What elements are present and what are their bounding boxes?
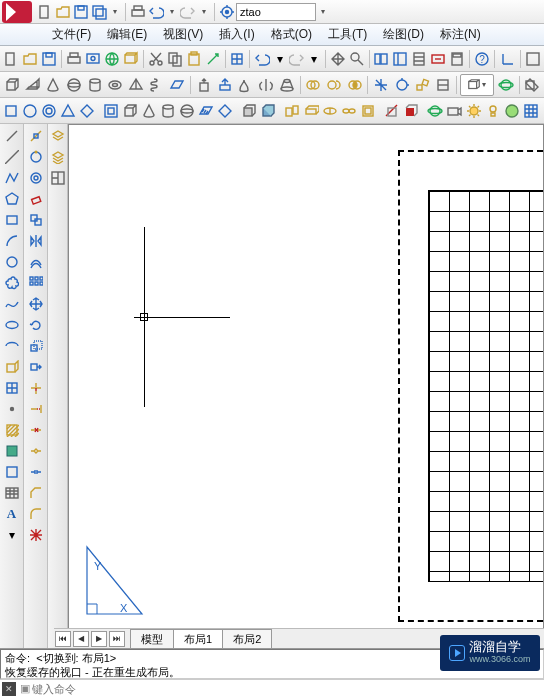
sectionplane-icon[interactable] <box>522 74 542 96</box>
tb-undo-drop[interactable]: ▾ <box>272 48 287 70</box>
join-icon[interactable] <box>26 462 46 482</box>
tb-pan-icon[interactable] <box>329 48 347 70</box>
trim-icon[interactable] <box>26 378 46 398</box>
tab-nav-prev[interactable]: ◀ <box>73 631 89 647</box>
tb-vports-icon[interactable] <box>524 48 542 70</box>
app-logo-icon[interactable] <box>2 1 32 23</box>
loft-icon[interactable] <box>277 74 297 96</box>
3dmove-icon[interactable] <box>371 74 391 96</box>
hatch-icon[interactable] <box>2 420 22 440</box>
menu-draw[interactable]: 绘图(D) <box>375 24 432 45</box>
edge-icon[interactable] <box>383 100 401 122</box>
tb-redo-drop[interactable]: ▾ <box>307 48 322 70</box>
break2-icon[interactable] <box>26 441 46 461</box>
workspace-input[interactable] <box>236 3 316 21</box>
rotate-icon[interactable] <box>26 315 46 335</box>
save-icon[interactable] <box>72 3 90 21</box>
tb-cut-icon[interactable] <box>147 48 165 70</box>
table-icon[interactable] <box>2 483 22 503</box>
copy-icon[interactable] <box>26 210 46 230</box>
viewport-icon[interactable] <box>48 168 68 188</box>
light-icon[interactable] <box>484 100 502 122</box>
realistic-icon[interactable] <box>259 100 277 122</box>
cmd-close-icon[interactable]: ✕ <box>2 682 16 696</box>
tab-nav-last[interactable]: ⏭ <box>109 631 125 647</box>
union-icon[interactable] <box>303 74 323 96</box>
menu-insert[interactable]: 插入(I) <box>211 24 262 45</box>
offset-icon[interactable] <box>26 252 46 272</box>
menu-view[interactable]: 视图(V) <box>155 24 211 45</box>
cylinder-icon[interactable] <box>85 74 105 96</box>
sphere-icon[interactable] <box>64 74 84 96</box>
intersect-icon[interactable] <box>345 74 365 96</box>
explode-icon[interactable] <box>26 525 46 545</box>
tab-nav-first[interactable]: ⏮ <box>55 631 71 647</box>
imprint-icon[interactable] <box>321 100 339 122</box>
stretch-icon[interactable] <box>26 357 46 377</box>
open-icon[interactable] <box>54 3 72 21</box>
menu-format[interactable]: 格式(O) <box>263 24 320 45</box>
tab-layout1[interactable]: 布局1 <box>173 629 223 649</box>
orbit-icon[interactable] <box>496 74 516 96</box>
pline-icon[interactable] <box>2 168 22 188</box>
box-icon[interactable] <box>2 74 22 96</box>
circle-icon[interactable] <box>2 252 22 272</box>
subtract-icon[interactable] <box>324 74 344 96</box>
scale-icon[interactable] <box>26 336 46 356</box>
boundary-icon[interactable] <box>102 100 120 122</box>
region2-icon[interactable] <box>2 462 22 482</box>
revcloud-icon[interactable] <box>2 273 22 293</box>
ellipse-arc-icon[interactable] <box>2 336 22 356</box>
mirror-icon[interactable] <box>26 231 46 251</box>
hatch-plane-icon[interactable] <box>197 100 215 122</box>
wedge-icon[interactable] <box>23 74 43 96</box>
tb-calc-icon[interactable] <box>448 48 466 70</box>
osnap-ring-icon[interactable] <box>26 168 46 188</box>
undo-drop[interactable]: ▾ <box>165 3 179 21</box>
tb-publish-icon[interactable] <box>103 48 121 70</box>
mtext-icon[interactable]: A <box>2 504 22 524</box>
tb-preview-icon[interactable] <box>84 48 102 70</box>
tb-tool-palettes-icon[interactable] <box>391 48 409 70</box>
tb-ucs-icon[interactable] <box>499 48 517 70</box>
block-icon[interactable] <box>2 378 22 398</box>
tb-save-icon[interactable] <box>40 48 58 70</box>
move-icon[interactable] <box>26 294 46 314</box>
osnap-linear-icon[interactable] <box>26 126 46 146</box>
tb-help-icon[interactable]: ? <box>473 48 491 70</box>
qat-drop-1[interactable]: ▾ <box>108 3 122 21</box>
tb-redo2-icon[interactable] <box>288 48 306 70</box>
array-icon[interactable] <box>26 273 46 293</box>
hide-icon[interactable] <box>240 100 258 122</box>
helix-icon[interactable] <box>147 74 167 96</box>
insert-icon[interactable] <box>2 357 22 377</box>
extrude-icon[interactable] <box>194 74 214 96</box>
visual-style-select[interactable]: ▾ <box>460 74 494 96</box>
gradient-icon[interactable] <box>2 441 22 461</box>
menu-tools[interactable]: 工具(T) <box>320 24 375 45</box>
new-icon[interactable] <box>36 3 54 21</box>
solid-sphere2-icon[interactable] <box>178 100 196 122</box>
thicken-icon[interactable] <box>302 100 320 122</box>
tb-blockeditor-icon[interactable] <box>228 48 246 70</box>
tb-match-icon[interactable] <box>204 48 222 70</box>
workspace-drop[interactable]: ▾ <box>316 3 330 21</box>
revolve-icon[interactable] <box>256 74 276 96</box>
slice-icon[interactable] <box>283 100 301 122</box>
torus-icon[interactable] <box>105 74 125 96</box>
cone-icon[interactable] <box>43 74 63 96</box>
tb-paste-icon[interactable] <box>185 48 203 70</box>
shell-icon[interactable] <box>359 100 377 122</box>
tb-markup-icon[interactable] <box>429 48 447 70</box>
menu-edit[interactable]: 编辑(E) <box>99 24 155 45</box>
sweep-icon[interactable] <box>235 74 255 96</box>
drawing-canvas[interactable]: Y X <box>68 124 544 648</box>
triangle-icon[interactable] <box>59 100 77 122</box>
erase-icon[interactable] <box>26 189 46 209</box>
tb-plot-icon[interactable] <box>65 48 83 70</box>
solid-box2-icon[interactable] <box>121 100 139 122</box>
spline-icon[interactable] <box>2 294 22 314</box>
3dorbit2-icon[interactable] <box>426 100 444 122</box>
circle2-icon[interactable] <box>21 100 39 122</box>
pyramid-icon[interactable] <box>126 74 146 96</box>
